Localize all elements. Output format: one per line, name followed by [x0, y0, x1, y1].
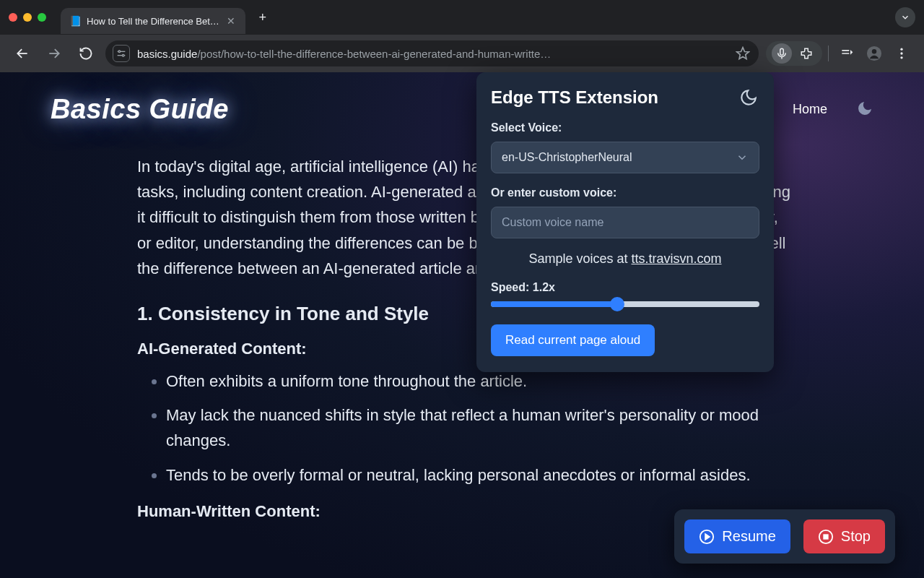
tabs-menu-button[interactable] [895, 7, 915, 27]
sample-voices-link[interactable]: tts.travisvn.com [632, 251, 722, 266]
custom-voice-input[interactable] [491, 207, 759, 238]
page-theme-toggle[interactable] [856, 100, 873, 120]
window-minimize[interactable] [23, 13, 32, 22]
window-maximize[interactable] [38, 13, 46, 22]
extensions-menu-icon[interactable] [796, 43, 816, 64]
voice-select[interactable]: en-US-ChristopherNeural [491, 142, 759, 173]
new-tab-button[interactable]: + [253, 7, 273, 27]
site-nav: Home [793, 102, 827, 117]
reload-button[interactable] [74, 41, 98, 66]
voice-selected-value: en-US-ChristopherNeural [502, 151, 736, 164]
media-control-icon[interactable] [834, 41, 859, 66]
slider-thumb[interactable] [610, 297, 624, 311]
extension-pill [766, 41, 822, 66]
address-bar[interactable]: basics.guide/post/how-to-tell-the-differ… [105, 40, 759, 66]
voice-label: Select Voice: [491, 121, 759, 134]
read-aloud-button[interactable]: Read current page aloud [491, 324, 655, 356]
chevron-down-icon [736, 151, 749, 164]
play-circle-icon [699, 529, 715, 545]
popup-theme-toggle[interactable] [738, 87, 759, 108]
svg-point-13 [900, 48, 902, 51]
svg-rect-9 [780, 48, 784, 55]
tab-title: How to Tell the Difference Bet… [87, 16, 219, 27]
playback-float-controls: Resume Stop [674, 509, 895, 564]
back-button[interactable] [10, 41, 35, 66]
toolbar-separator [828, 46, 829, 61]
resume-button[interactable]: Resume [684, 519, 790, 553]
list-item: Often exhibits a uniform tone throughout… [166, 368, 794, 394]
forward-button[interactable] [42, 41, 66, 66]
browser-tab[interactable]: 📘 How to Tell the Difference Bet… ✕ [61, 8, 245, 34]
article-list-ai: Often exhibits a uniform tone throughout… [137, 368, 794, 488]
stop-circle-icon [818, 529, 834, 545]
tts-extension-popup: Edge TTS Extension Select Voice: en-US-C… [476, 72, 774, 372]
tab-favicon-icon: 📘 [69, 15, 81, 27]
site-header: Basics Guide Home [0, 72, 924, 132]
speed-slider[interactable] [491, 301, 759, 307]
custom-voice-label: Or enter custom voice: [491, 186, 759, 199]
site-logo[interactable]: Basics Guide [51, 94, 229, 125]
svg-marker-8 [737, 48, 749, 59]
profile-avatar-icon[interactable] [862, 41, 886, 66]
list-item: Tends to be overly formal or neutral, la… [166, 462, 794, 488]
svg-point-3 [122, 54, 124, 56]
page-viewport: Basics Guide Home In today's digital age… [0, 72, 924, 578]
extensions-area [766, 41, 914, 66]
site-settings-icon[interactable] [113, 45, 130, 62]
sample-voices-text: Sample voices at tts.travisvn.com [491, 251, 759, 267]
svg-point-12 [872, 49, 876, 53]
kebab-menu-icon[interactable] [889, 41, 914, 66]
svg-point-15 [900, 56, 902, 59]
speed-label: Speed: 1.2x [491, 281, 759, 294]
tts-extension-icon[interactable] [772, 43, 792, 64]
svg-marker-17 [706, 534, 710, 539]
svg-point-14 [900, 52, 902, 54]
window-controls [9, 13, 46, 22]
window-close[interactable] [9, 13, 17, 22]
svg-point-2 [118, 51, 121, 53]
browser-tab-strip: 📘 How to Tell the Difference Bet… ✕ + [0, 0, 924, 35]
list-item: May lack the nuanced shifts in style tha… [166, 402, 794, 453]
resume-label: Resume [722, 528, 775, 545]
svg-rect-19 [824, 535, 828, 539]
url-text: basics.guide/post/how-to-tell-the-differ… [137, 48, 727, 60]
stop-button[interactable]: Stop [803, 519, 885, 553]
slider-fill [491, 301, 617, 307]
nav-home[interactable]: Home [793, 102, 827, 117]
tab-close-icon[interactable]: ✕ [225, 15, 237, 27]
popup-title: Edge TTS Extension [491, 87, 658, 108]
bookmark-star-icon[interactable] [734, 45, 751, 62]
browser-toolbar: basics.guide/post/how-to-tell-the-differ… [0, 35, 924, 72]
article-body: In today's digital age, artificial intel… [0, 132, 924, 521]
stop-label: Stop [841, 528, 871, 545]
